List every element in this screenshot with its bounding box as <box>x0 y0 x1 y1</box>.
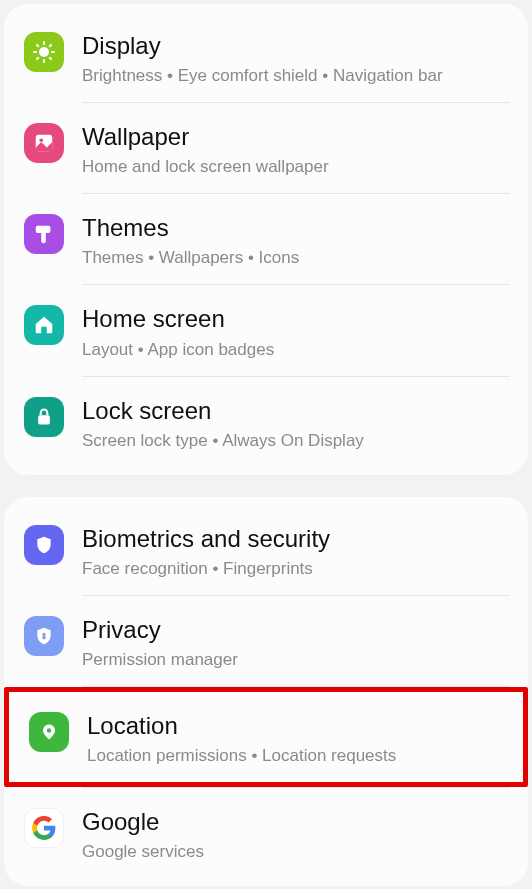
item-subtitle: Layout • App icon badges <box>82 339 508 362</box>
settings-item-lock[interactable]: Lock screen Screen lock type • Always On… <box>4 377 528 467</box>
paint-icon <box>24 214 64 254</box>
item-title: Location <box>87 710 503 741</box>
settings-item-biometrics[interactable]: Biometrics and security Face recognition… <box>4 505 528 595</box>
item-subtitle: Home and lock screen wallpaper <box>82 156 508 179</box>
settings-item-privacy[interactable]: Privacy Permission manager <box>4 596 528 686</box>
svg-rect-11 <box>38 415 50 424</box>
item-subtitle: Location permissions • Location requests <box>87 745 503 768</box>
settings-item-location[interactable]: Location Location permissions • Location… <box>9 692 523 782</box>
item-title: Privacy <box>82 614 508 645</box>
settings-item-themes[interactable]: Themes Themes • Wallpapers • Icons <box>4 194 528 284</box>
svg-line-5 <box>37 45 38 46</box>
svg-point-12 <box>42 632 45 635</box>
settings-item-display[interactable]: Display Brightness • Eye comfort shield … <box>4 12 528 102</box>
svg-point-0 <box>39 47 49 57</box>
item-title: Lock screen <box>82 395 508 426</box>
item-subtitle: Brightness • Eye comfort shield • Naviga… <box>82 65 508 88</box>
item-title: Display <box>82 30 508 61</box>
google-icon <box>24 808 64 848</box>
lock-icon <box>24 397 64 437</box>
item-title: Biometrics and security <box>82 523 508 554</box>
image-icon <box>24 123 64 163</box>
shield-icon <box>24 525 64 565</box>
sun-icon <box>24 32 64 72</box>
item-title: Themes <box>82 212 508 243</box>
item-subtitle: Permission manager <box>82 649 508 672</box>
item-subtitle: Face recognition • Fingerprints <box>82 558 508 581</box>
svg-line-8 <box>50 45 51 46</box>
home-icon <box>24 305 64 345</box>
svg-rect-13 <box>42 636 45 639</box>
svg-line-7 <box>37 58 38 59</box>
item-subtitle: Google services <box>82 841 508 864</box>
settings-item-home[interactable]: Home screen Layout • App icon badges <box>4 285 528 375</box>
item-subtitle: Themes • Wallpapers • Icons <box>82 247 508 270</box>
privacy-shield-icon <box>24 616 64 656</box>
item-title: Wallpaper <box>82 121 508 152</box>
settings-group-1: Display Brightness • Eye comfort shield … <box>4 4 528 475</box>
item-subtitle: Screen lock type • Always On Display <box>82 430 508 453</box>
svg-line-6 <box>50 58 51 59</box>
settings-group-2: Biometrics and security Face recognition… <box>4 497 528 887</box>
item-title: Google <box>82 806 508 837</box>
highlight-location: Location Location permissions • Location… <box>4 687 528 787</box>
svg-point-10 <box>39 139 43 143</box>
svg-point-14 <box>47 728 52 733</box>
settings-item-wallpaper[interactable]: Wallpaper Home and lock screen wallpaper <box>4 103 528 193</box>
item-title: Home screen <box>82 303 508 334</box>
settings-item-google[interactable]: Google Google services <box>4 788 528 878</box>
location-pin-icon <box>29 712 69 752</box>
